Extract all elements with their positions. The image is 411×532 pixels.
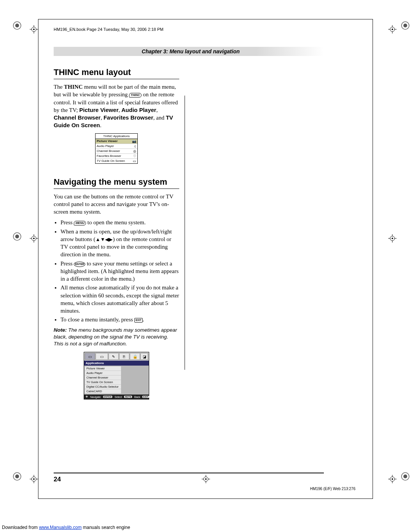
feature-channel-browser: Channel Browser	[54, 114, 100, 121]
svg-point-29	[392, 478, 393, 480]
camera-icon: 📷	[132, 139, 136, 143]
thinc-row: Channel Browser◎	[96, 149, 137, 154]
section-title-navigating: Navigating the menu system	[54, 177, 179, 189]
running-head: HM196_EN.book Page 24 Tuesday, May 30, 2…	[54, 27, 357, 32]
svg-point-21	[33, 238, 35, 239]
thinc-table-title: THINC Applications	[96, 134, 137, 139]
footer-text: Exit	[151, 396, 156, 398]
tab-icon: ◪	[140, 353, 148, 360]
retn-key-label: RETN	[124, 396, 132, 398]
footer-text: Back	[134, 396, 140, 398]
footer-text: Navigate	[90, 396, 101, 398]
section-title-thinc: THINC menu layout	[54, 67, 179, 79]
list-item: TV Guide On Screen	[85, 380, 121, 385]
thinc-bold: THINC	[64, 84, 83, 90]
list-item: Channel Browser	[85, 375, 121, 380]
navigate-icon: ✥	[86, 395, 88, 398]
text: To close a menu instantly, press	[61, 316, 134, 323]
feature-audio-player: Audio Player	[121, 107, 156, 113]
list-item: To close a menu instantly, press EXIT.	[61, 316, 179, 323]
thinc-row: Favorites Browser♡	[96, 154, 137, 159]
feature-favorites-browser: Favorites Browser	[104, 114, 153, 121]
thinc-row-label: TV Guide On Screen	[97, 159, 125, 163]
exit-key-icon: EXIT	[134, 318, 143, 323]
registration-mark-icon	[30, 25, 38, 34]
svg-point-13	[33, 29, 35, 30]
note-body: The menu backgrounds may sometimes appea…	[54, 327, 177, 347]
thinc-row-label: Audio Player	[97, 144, 114, 148]
left-column: THINC menu layout The THINC menu will no…	[54, 67, 179, 399]
screen-icon: ▭	[133, 159, 136, 163]
nav-bullet-list: Press MENU to open the menu system. When…	[54, 219, 179, 323]
manualslib-link[interactable]: www.Manualslib.com	[39, 525, 81, 530]
registration-mark-icon	[30, 475, 38, 483]
note-paragraph: Note: The menu backgrounds may sometimes…	[54, 327, 179, 348]
list-item: Digital CC/Audio Selector	[85, 385, 121, 389]
svg-point-3	[403, 24, 407, 27]
registration-mark-icon	[388, 25, 397, 34]
thinc-row-label: Picture Viewer	[97, 139, 118, 143]
download-suffix: manuals search engine	[81, 525, 130, 530]
tab-icon: ✎	[108, 353, 119, 360]
thinc-paragraph: The THINC menu will not be part of the m…	[54, 83, 179, 129]
text: , and	[153, 115, 166, 121]
thinc-row: TV Guide On Screen▭	[96, 159, 137, 163]
text: ,	[118, 107, 121, 113]
svg-point-17	[392, 29, 393, 30]
registration-mark-icon	[388, 234, 397, 243]
crop-mark-icon	[13, 21, 21, 30]
registration-mark-icon	[30, 234, 38, 243]
panel-subtitle: Applications	[84, 361, 149, 366]
text: Press	[61, 260, 74, 267]
exit-key-label: EXIT	[142, 396, 149, 398]
list-item: Picture Viewer	[85, 366, 121, 371]
svg-point-9	[403, 474, 407, 478]
doc-revision: HM196 (E/F) Web 213:276	[310, 487, 355, 491]
download-prefix: Downloaded from	[2, 525, 39, 530]
page-number: 24	[54, 473, 324, 483]
arrow-keys-icon: ▲▼◀▶	[96, 236, 113, 242]
crop-mark-icon	[401, 472, 409, 481]
nav-intro: You can use the buttons on the remote co…	[54, 193, 179, 216]
thinc-row-label: Favorites Browser	[97, 154, 121, 158]
tab-icon: ▭	[85, 353, 95, 360]
thinc-key-icon: THINC	[129, 93, 141, 97]
applications-panel: ▭ ▭ ✎ ⎘ 🔒 ◪ Applications Picture Viewer …	[84, 352, 149, 399]
text: Press	[61, 219, 74, 225]
enter-key-label: ENTER	[103, 396, 112, 398]
panel-list: Picture Viewer Audio Player Channel Brow…	[85, 366, 121, 394]
page-frame: HM196_EN.book Page 24 Tuesday, May 30, 2…	[38, 19, 373, 499]
registration-mark-icon	[388, 475, 397, 483]
svg-point-37	[392, 238, 393, 239]
text: ,	[156, 107, 158, 113]
list-item: Press MENU to open the menu system.	[61, 219, 179, 226]
download-footer: Downloaded from www.Manualslib.com manua…	[2, 525, 130, 530]
list-item: Audio Player	[85, 371, 121, 375]
svg-point-5	[15, 235, 19, 238]
column-divider	[185, 96, 185, 370]
panel-footer: ✥ Navigate ENTER Select RETN Back EXIT E…	[84, 395, 149, 399]
svg-point-1	[15, 24, 19, 27]
menu-key-icon: MENU	[74, 221, 86, 225]
enter-key-icon: ENTER	[74, 262, 85, 267]
lock-icon: 🔒	[130, 353, 140, 360]
panel-body: Picture Viewer Audio Player Channel Brow…	[84, 366, 149, 395]
channel-icon: ◎	[133, 149, 136, 153]
feature-picture-viewer: Picture Viewer	[79, 107, 118, 113]
crop-mark-icon	[13, 232, 21, 241]
text: The	[54, 84, 64, 90]
svg-point-7	[15, 474, 19, 478]
text: to open the menu system.	[86, 219, 146, 225]
note-label: Note:	[54, 327, 67, 333]
list-item: When a menu is open, use the up/down/lef…	[61, 228, 179, 259]
music-icon: ♫	[134, 144, 136, 148]
tab-icon: ⎘	[119, 353, 129, 360]
thinc-applications-table: THINC Applications Picture Viewer📷 Audio…	[95, 133, 138, 164]
thinc-row: Audio Player♫	[96, 144, 137, 149]
thinc-row-label: Channel Browser	[97, 149, 120, 153]
thinc-row: Picture Viewer📷	[96, 139, 137, 144]
svg-point-25	[33, 478, 35, 480]
chapter-bar: Chapter 3: Menu layout and navigation	[54, 47, 324, 56]
crop-mark-icon	[401, 21, 409, 30]
text: .	[100, 122, 102, 128]
